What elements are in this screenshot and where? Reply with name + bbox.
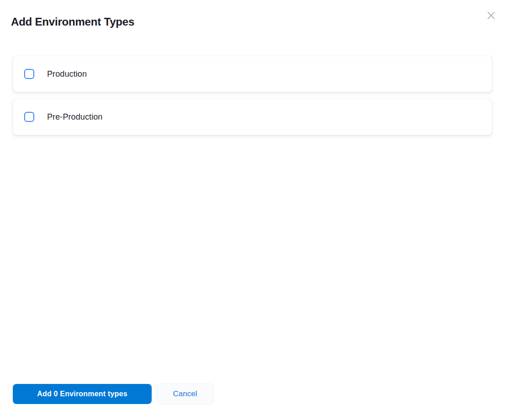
environment-type-list: Production Pre-Production — [13, 56, 492, 135]
checkbox-production[interactable] — [24, 69, 34, 79]
add-environment-types-button[interactable]: Add 0 Environment types — [13, 384, 152, 404]
dialog-footer: Add 0 Environment types Cancel — [13, 383, 214, 404]
close-icon — [486, 10, 497, 21]
dialog-title: Add Environment Types — [11, 15, 497, 28]
list-item-label: Pre-Production — [47, 112, 102, 122]
dialog-header: Add Environment Types — [0, 0, 508, 28]
list-item-pre-production[interactable]: Pre-Production — [13, 99, 492, 135]
close-button[interactable] — [484, 8, 498, 23]
list-item-production[interactable]: Production — [13, 56, 492, 92]
list-item-label: Production — [47, 69, 87, 79]
checkbox-pre-production[interactable] — [24, 112, 34, 122]
cancel-button[interactable]: Cancel — [156, 383, 214, 404]
